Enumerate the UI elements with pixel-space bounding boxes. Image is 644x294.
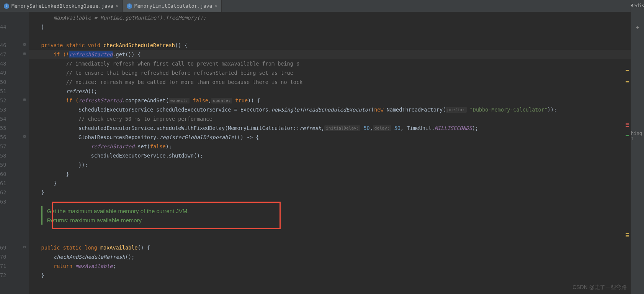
line-number-gutter: 44 46 47 48 49 50 51 52 53 54 55 56 57 5…: [0, 12, 13, 294]
line-number: 53: [0, 105, 11, 114]
tab-bar: C MemorySafeLinkedBlockingQueue.java × C…: [0, 0, 644, 12]
line-number: 63: [0, 197, 11, 206]
fold-icon[interactable]: ⊟: [23, 51, 26, 56]
line-number: 60: [0, 169, 11, 179]
tool-label[interactable]: Redis: [631, 3, 644, 8]
warn-mark[interactable]: [626, 81, 629, 82]
line-number: [0, 234, 11, 243]
line-number: 72: [0, 271, 11, 280]
watermark: CSDN @走了一些弯路: [572, 284, 627, 291]
line-number: 70: [0, 252, 11, 261]
error-mark[interactable]: [626, 123, 629, 125]
ok-mark[interactable]: [626, 135, 629, 136]
line-number: 61: [0, 179, 11, 188]
warn-mark[interactable]: [626, 235, 629, 237]
fold-icon[interactable]: ⊟: [23, 134, 26, 138]
line-number: 71: [0, 261, 11, 271]
code-content[interactable]: maxAvailable = Runtime.getRuntime().free…: [29, 12, 631, 294]
fold-icon[interactable]: ⊟: [23, 245, 26, 249]
line-number: 69: [0, 243, 11, 252]
error-stripe[interactable]: [624, 12, 630, 294]
fold-icon[interactable]: ⊟: [23, 97, 26, 102]
line-number: [0, 31, 11, 41]
line-number: [0, 206, 11, 215]
line-number: [0, 13, 11, 22]
line-number: 46: [0, 41, 11, 50]
tab-file-2[interactable]: C MemoryLimitCalculator.java ×: [123, 0, 222, 12]
line-number: 48: [0, 59, 11, 68]
warn-mark[interactable]: [626, 70, 629, 71]
tool-extra: hing t: [631, 131, 644, 141]
close-icon[interactable]: ×: [116, 3, 119, 9]
line-number: 49: [0, 68, 11, 77]
line-number: [0, 215, 11, 225]
close-icon[interactable]: ×: [214, 3, 217, 9]
fold-gutter[interactable]: ⊟ ⊟ ⊟ ⊟ ⊟: [22, 12, 29, 294]
tab-file-1[interactable]: C MemorySafeLinkedBlockingQueue.java ×: [0, 0, 123, 12]
error-mark[interactable]: [626, 126, 629, 127]
line-number: 47: [0, 50, 11, 59]
warn-mark[interactable]: [626, 233, 629, 234]
line-number: [0, 225, 11, 234]
editor[interactable]: 44 46 47 48 49 50 51 52 53 54 55 56 57 5…: [0, 12, 631, 294]
line-number: 57: [0, 142, 11, 151]
javadoc-returns: Returns: maximum available memory: [47, 217, 142, 223]
javadoc-summary: Get the maximum available memory of the …: [47, 208, 189, 214]
tab-label: MemorySafeLinkedBlockingQueue.java: [11, 3, 113, 9]
java-class-icon: C: [127, 3, 132, 9]
java-class-icon: C: [4, 3, 9, 9]
tab-label: MemoryLimitCalculator.java: [134, 3, 212, 9]
line-number: 58: [0, 151, 11, 160]
line-number: 55: [0, 123, 11, 133]
add-tool-icon[interactable]: +: [636, 24, 639, 31]
line-number: 59: [0, 160, 11, 169]
line-number: 51: [0, 87, 11, 96]
gutter-annotations: [13, 12, 22, 294]
line-number: 44: [0, 22, 11, 31]
line-number: 54: [0, 114, 11, 123]
line-number: 56: [0, 133, 11, 142]
fold-icon[interactable]: ⊟: [23, 42, 26, 46]
line-number: 62: [0, 188, 11, 197]
line-number: 50: [0, 77, 11, 87]
right-tool-panel: Redis + hing t: [631, 0, 644, 294]
line-number: 52: [0, 96, 11, 105]
